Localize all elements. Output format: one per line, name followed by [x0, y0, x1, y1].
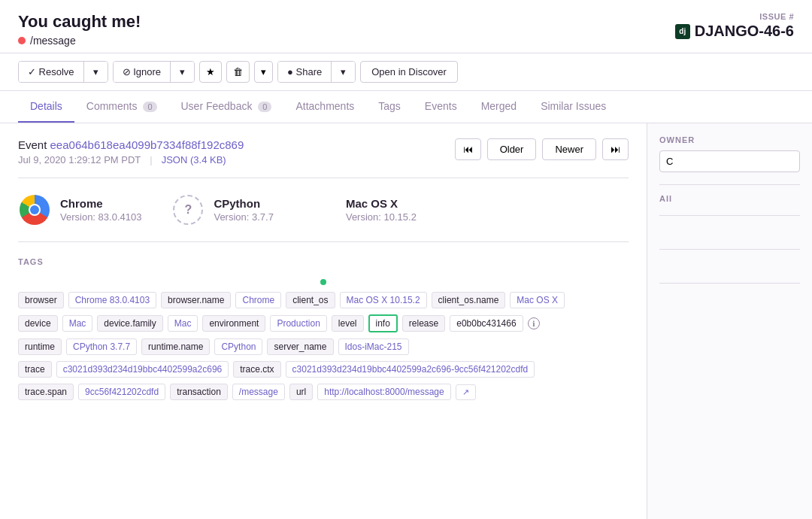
macos-version: Version: 10.15.2 [346, 211, 417, 223]
first-event-button[interactable]: ⏮ [455, 138, 481, 160]
tag-device-family-val[interactable]: Mac [168, 315, 198, 332]
tag-browser-val[interactable]: Chrome 83.0.4103 [68, 292, 156, 308]
tab-details[interactable]: Details [18, 91, 74, 123]
event-date: Jul 9, 2020 1:29:12 PM PDT [18, 154, 141, 165]
all-section: All [659, 194, 800, 203]
tab-events[interactable]: Events [413, 91, 469, 123]
runtime-section: Chrome Version: 83.0.4103 ? CPython Vers… [18, 178, 629, 242]
ignore-dropdown[interactable]: ▾ [171, 62, 194, 82]
tag-trace-val[interactable]: c3021d393d234d19bbc4402599a2c696 [56, 361, 229, 378]
green-dot-decoration [320, 279, 326, 285]
tag-environment-val[interactable]: Production [270, 315, 326, 332]
tags-rows: browser Chrome 83.0.4103 browser.name Ch… [18, 292, 629, 400]
macos-info: Mac OS X Version: 10.15.2 [346, 197, 417, 223]
tag-trace-ctx-val[interactable]: c3021d393d234d19bbc4402599a2c696-9cc56f4… [286, 361, 535, 378]
header: You caught me! /message ISSUE # dj DJANG… [0, 0, 812, 53]
tag-browser-name-val[interactable]: Chrome [235, 292, 281, 308]
chrome-icon [20, 195, 50, 225]
owner-input[interactable] [659, 150, 800, 172]
tag-browser-name-key: browser.name [161, 292, 231, 308]
spacer-2 [659, 259, 800, 274]
sep-2 [659, 215, 800, 216]
tab-comments[interactable]: Comments 0 [74, 91, 169, 123]
event-label: Event [18, 138, 47, 151]
tag-client-os-key: client_os [286, 292, 335, 308]
tags-section: TAGS browser Chrome 83.0.4103 browser.na… [18, 257, 629, 400]
spacer-1 [659, 225, 800, 240]
sep-4 [659, 283, 800, 284]
tag-server-name-val[interactable]: Idos-iMac-215 [338, 338, 409, 355]
older-button[interactable]: Older [487, 138, 537, 160]
tag-trace-span-val[interactable]: 9cc56f421202cdfd [78, 384, 165, 400]
page-wrapper: You caught me! /message ISSUE # dj DJANG… [0, 0, 812, 519]
tag-url-val[interactable]: http://localhost:8000/message [317, 384, 450, 400]
runtime-macos: Mac OS X Version: 10.15.2 [304, 193, 417, 226]
tag-trace-span-key: trace.span [18, 384, 74, 400]
ignore-group: ⊘ Ignore ▾ [113, 61, 195, 83]
tab-attachments[interactable]: Attachments [283, 91, 366, 123]
main: Event eea064b618ea4099b7334f88f192c869 J… [0, 123, 812, 519]
cpython-icon-container: ? [171, 193, 205, 226]
cpython-name: CPython [214, 197, 274, 210]
content-area: Event eea064b618ea4099b7334f88f192c869 J… [0, 123, 647, 519]
tags-row-3: runtime CPython 3.7.7 runtime.name CPyth… [18, 338, 629, 355]
tag-transaction-val[interactable]: /message [232, 384, 285, 400]
resolve-button[interactable]: ✓ Resolve [19, 62, 83, 82]
tab-user-feedback[interactable]: User Feedback 0 [169, 91, 284, 123]
tag-device-family-key: device.family [97, 315, 162, 332]
chrome-info: Chrome Version: 83.0.4103 [60, 197, 141, 223]
runtime-cpython: ? CPython Version: 3.7.7 [171, 193, 274, 226]
json-link[interactable]: JSON (3.4 KB) [162, 154, 226, 165]
tag-client-os-name-val[interactable]: Mac OS X [510, 292, 565, 308]
tag-release-val[interactable]: e0b0bc431466 [450, 315, 523, 332]
tags-row-2: device Mac device.family Mac environment… [18, 314, 629, 332]
tag-url-key: url [289, 384, 313, 400]
newer-button[interactable]: Newer [542, 138, 596, 160]
tag-level-val[interactable]: info [368, 314, 398, 332]
more-button[interactable]: ▾ [254, 61, 273, 83]
resolve-dropdown[interactable]: ▾ [84, 62, 108, 82]
chrome-version: Version: 83.0.4103 [60, 211, 141, 223]
cpython-version: Version: 3.7.7 [214, 211, 274, 223]
share-dropdown[interactable]: ▾ [332, 62, 355, 82]
event-id-link[interactable]: eea064b618ea4099b7334f88f192c869 [50, 138, 244, 151]
tag-client-os-name-key: client_os.name [432, 292, 506, 308]
open-discover-button[interactable]: Open in Discover [360, 61, 458, 83]
tag-device-key: device [18, 315, 58, 332]
tags-row-1: browser Chrome 83.0.4103 browser.name Ch… [18, 292, 629, 308]
tag-url-link-icon[interactable]: ↗ [456, 384, 476, 400]
tag-runtime-val[interactable]: CPython 3.7.7 [66, 338, 137, 355]
ignore-button[interactable]: ⊘ Ignore [114, 62, 170, 82]
cpython-icon: ? [173, 195, 203, 225]
event-nav: ⏮ Older Newer ⏭ [455, 138, 629, 160]
cpython-info: CPython Version: 3.7.7 [214, 197, 274, 223]
path-text: /message [30, 35, 76, 47]
chrome-icon-container [18, 193, 51, 226]
release-info-icon[interactable]: ℹ [528, 317, 540, 329]
event-meta: Jul 9, 2020 1:29:12 PM PDT | JSON (3.4 K… [18, 154, 244, 165]
tag-level-key: level [332, 315, 364, 332]
event-info: Event eea064b618ea4099b7334f88f192c869 J… [18, 138, 244, 165]
tag-runtime-name-val[interactable]: CPython [214, 338, 262, 355]
issue-label: ISSUE # [675, 12, 794, 21]
share-button[interactable]: ● Share [278, 62, 331, 82]
tag-runtime-name-key: runtime.name [141, 338, 210, 355]
comments-badge: 0 [143, 102, 156, 112]
tab-merged[interactable]: Merged [469, 91, 529, 123]
tab-tags[interactable]: Tags [366, 91, 413, 123]
issue-id: dj DJANGO-46-6 [675, 23, 794, 40]
delete-button[interactable]: 🗑 [226, 61, 250, 83]
tag-runtime-key: runtime [18, 338, 62, 355]
toolbar: ✓ Resolve ▾ ⊘ Ignore ▾ ★ 🗑 ▾ ● Share ▾ O… [0, 53, 812, 91]
tab-similar-issues[interactable]: Similar Issues [529, 91, 618, 123]
last-event-button[interactable]: ⏭ [602, 138, 629, 160]
tag-trace-key: trace [18, 361, 52, 378]
event-title: Event eea064b618ea4099b7334f88f192c869 [18, 138, 244, 151]
sep-1 [659, 184, 800, 185]
sep-3 [659, 249, 800, 250]
issue-id-text: DJANGO-46-6 [695, 23, 794, 40]
tag-device-val[interactable]: Mac [62, 315, 93, 332]
tag-client-os-val[interactable]: Mac OS X 10.15.2 [340, 292, 427, 308]
bookmark-button[interactable]: ★ [199, 61, 222, 83]
tag-transaction-key: transaction [170, 384, 228, 400]
